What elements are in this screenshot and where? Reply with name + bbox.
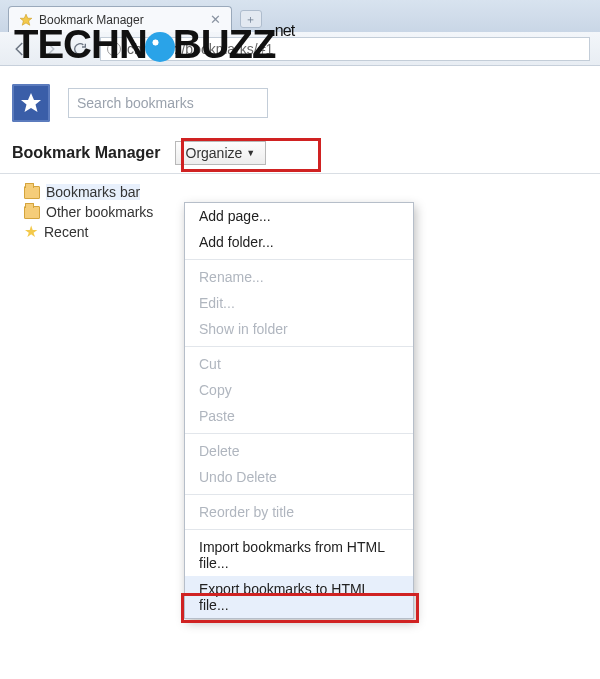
menu-separator: [185, 433, 413, 434]
menu-item-delete: Delete: [185, 438, 413, 464]
menu-item-export-html[interactable]: Export bookmarks to HTML file...: [185, 576, 413, 618]
page-title: Bookmark Manager: [12, 144, 161, 162]
back-button[interactable]: [10, 39, 30, 59]
sidebar-item-label: Other bookmarks: [46, 204, 153, 220]
svg-marker-1: [21, 93, 41, 112]
menu-item-paste: Paste: [185, 403, 413, 429]
close-icon[interactable]: ✕: [210, 12, 221, 27]
star-icon: [19, 13, 33, 27]
url-text: chrome://bookmarks/#1: [127, 41, 273, 57]
organize-dropdown-menu: Add page... Add folder... Rename... Edit…: [184, 202, 414, 619]
browser-tab-bar: Bookmark Manager ✕ ＋: [0, 0, 600, 32]
menu-separator: [185, 346, 413, 347]
browser-tab[interactable]: Bookmark Manager ✕: [8, 6, 232, 32]
search-input[interactable]: Search bookmarks: [68, 88, 268, 118]
menu-item-cut: Cut: [185, 351, 413, 377]
sidebar-item-bookmarks-bar[interactable]: Bookmarks bar: [20, 182, 180, 202]
browser-navbar: chrome://bookmarks/#1: [0, 32, 600, 66]
sidebar-item-recent[interactable]: ★ Recent: [20, 222, 180, 242]
menu-item-add-folder[interactable]: Add folder...: [185, 229, 413, 255]
folder-icon: [24, 186, 40, 199]
svg-marker-0: [20, 14, 32, 25]
bookmark-header: Search bookmarks: [0, 66, 600, 138]
menu-item-edit: Edit...: [185, 290, 413, 316]
menu-item-rename: Rename...: [185, 264, 413, 290]
bookmark-sidebar: Bookmarks bar Other bookmarks ★ Recent: [0, 174, 180, 242]
menu-item-undo-delete: Undo Delete: [185, 464, 413, 490]
chevron-down-icon: ▼: [246, 148, 255, 158]
new-tab-button[interactable]: ＋: [240, 10, 262, 28]
organize-label: Organize: [186, 145, 243, 161]
organize-menu-button[interactable]: Organize ▼: [175, 141, 267, 165]
star-icon: ★: [24, 224, 38, 240]
forward-button[interactable]: [40, 39, 60, 59]
sidebar-item-label: Recent: [44, 224, 88, 240]
menu-separator: [185, 494, 413, 495]
menu-item-import-html[interactable]: Import bookmarks from HTML file...: [185, 534, 413, 576]
folder-icon: [24, 206, 40, 219]
menu-separator: [185, 529, 413, 530]
tab-title: Bookmark Manager: [39, 13, 144, 27]
menu-item-add-page[interactable]: Add page...: [185, 203, 413, 229]
menu-item-reorder: Reorder by title: [185, 499, 413, 525]
menu-item-copy: Copy: [185, 377, 413, 403]
globe-icon: [107, 42, 121, 56]
menu-separator: [185, 259, 413, 260]
bookmark-toolbar: Bookmark Manager Organize ▼: [0, 138, 600, 174]
address-bar[interactable]: chrome://bookmarks/#1: [100, 37, 590, 61]
bookmark-star-logo: [12, 84, 50, 122]
sidebar-item-other-bookmarks[interactable]: Other bookmarks: [20, 202, 180, 222]
menu-item-show-in-folder: Show in folder: [185, 316, 413, 342]
reload-button[interactable]: [70, 39, 90, 59]
search-placeholder: Search bookmarks: [77, 95, 194, 111]
sidebar-item-label: Bookmarks bar: [46, 184, 140, 200]
